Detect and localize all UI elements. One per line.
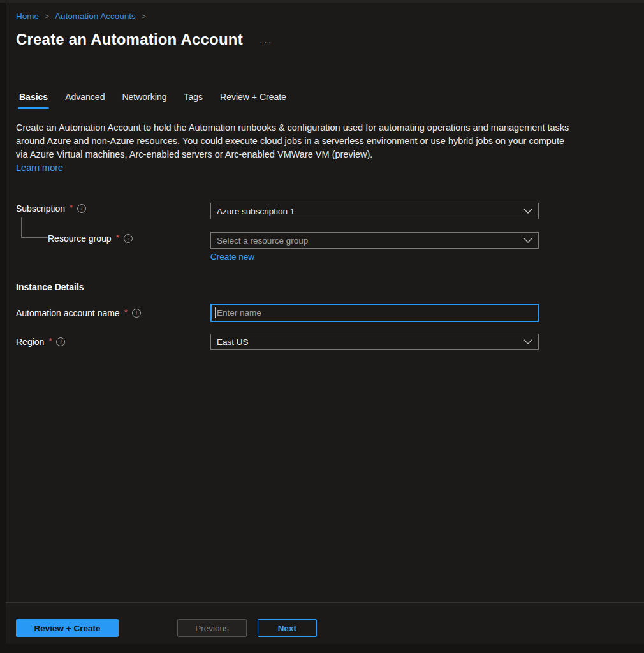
- breadcrumb-separator-icon: >: [45, 12, 49, 21]
- required-asterisk: *: [70, 203, 73, 212]
- account-name-input[interactable]: [210, 304, 539, 322]
- tab-review-create[interactable]: Review + Create: [220, 92, 286, 109]
- create-automation-account-panel: Home > Automation Accounts > Create an A…: [6, 3, 644, 644]
- page-title: Create an Automation Account: [16, 31, 243, 48]
- page-header: Create an Automation Account ···: [16, 31, 273, 48]
- chevron-down-icon: [523, 209, 532, 214]
- region-label: Region * i: [16, 334, 65, 350]
- info-icon[interactable]: i: [77, 204, 86, 213]
- account-name-label: Automation account name * i: [16, 305, 141, 321]
- tab-basics[interactable]: Basics: [19, 92, 48, 109]
- tab-advanced[interactable]: Advanced: [65, 92, 105, 109]
- chevron-down-icon: [523, 238, 532, 243]
- required-asterisk: *: [124, 307, 128, 317]
- region-label-text: Region: [16, 337, 44, 347]
- required-asterisk: *: [48, 336, 52, 346]
- resource-group-label: Resource group * i: [48, 230, 133, 247]
- page: Home > Automation Accounts > Create an A…: [0, 0, 644, 653]
- required-asterisk: *: [116, 233, 119, 242]
- subscription-label: Subscription * i: [16, 200, 86, 217]
- breadcrumb-separator-icon: >: [142, 12, 146, 21]
- chevron-down-icon: [523, 339, 532, 344]
- intro-description: Create an Automation Account to hold the…: [16, 121, 572, 175]
- tab-networking[interactable]: Networking: [122, 92, 166, 109]
- wizard-tabs: Basics Advanced Networking Tags Review +…: [19, 92, 286, 109]
- account-name-label-text: Automation account name: [16, 308, 120, 318]
- subscription-resource-group-connector: [21, 217, 48, 238]
- review-create-button[interactable]: Review + Create: [16, 619, 119, 637]
- previous-button[interactable]: Previous: [177, 619, 247, 637]
- wizard-footer: Review + Create Previous Next: [6, 602, 644, 644]
- learn-more-link[interactable]: Learn more: [16, 161, 63, 175]
- subscription-dropdown[interactable]: Azure subscription 1: [210, 203, 539, 219]
- create-new-resource-group-link[interactable]: Create new: [210, 252, 254, 261]
- text-cursor: [215, 307, 216, 318]
- resource-group-label-text: Resource group: [48, 233, 112, 244]
- more-options-icon[interactable]: ···: [260, 33, 273, 47]
- info-icon[interactable]: i: [124, 234, 133, 243]
- tab-tags[interactable]: Tags: [184, 92, 203, 109]
- region-selected-value: East US: [217, 337, 249, 347]
- subscription-label-text: Subscription: [16, 203, 65, 214]
- info-icon[interactable]: i: [56, 337, 65, 346]
- info-icon[interactable]: i: [132, 309, 141, 318]
- resource-group-dropdown[interactable]: Select a resource group: [210, 232, 539, 249]
- breadcrumb: Home > Automation Accounts >: [16, 11, 146, 21]
- breadcrumb-home-link[interactable]: Home: [16, 11, 39, 21]
- instance-details-heading: Instance Details: [16, 282, 84, 292]
- region-dropdown[interactable]: East US: [210, 334, 539, 350]
- account-name-input-wrap: [210, 304, 539, 322]
- breadcrumb-automation-accounts-link[interactable]: Automation Accounts: [55, 11, 136, 21]
- intro-text: Create an Automation Account to hold the…: [16, 122, 569, 159]
- subscription-selected-value: Azure subscription 1: [217, 207, 295, 216]
- next-button[interactable]: Next: [258, 619, 317, 637]
- resource-group-placeholder: Select a resource group: [217, 236, 308, 246]
